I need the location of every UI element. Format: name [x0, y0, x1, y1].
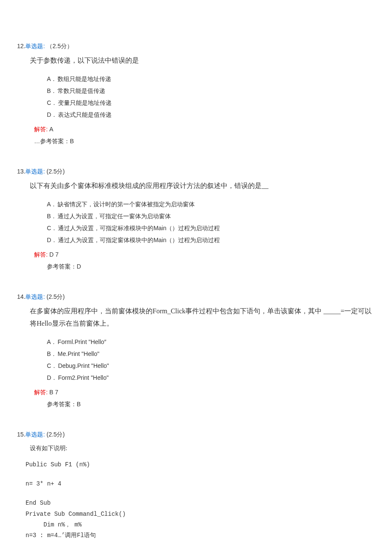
option-d[interactable]: D．表达式只能是值传递 — [47, 109, 375, 121]
option-b[interactable]: B．常数只能是值传递 — [47, 85, 375, 97]
code-line: n=3 : m=4…’调用Fl语句 — [26, 530, 375, 541]
option-c[interactable]: C．变量只能是地址传递 — [47, 97, 375, 109]
question-number: 15. — [17, 431, 25, 438]
code-line: Dim n%， m% — [26, 520, 375, 530]
question-type[interactable]: 单选题: — [25, 43, 45, 49]
reference-answer: 参考答案：B — [47, 399, 375, 410]
ref-value: D — [77, 263, 81, 270]
question-14: 14.单选题: (2.5分) 在多窗体的应用程序中，当前窗体模块的Form_Cl… — [17, 293, 375, 410]
option-b[interactable]: B．通过人为设置，可指定任一窗体为启动窗体 — [47, 210, 375, 222]
solution-label: 解答: — [34, 126, 48, 133]
question-type[interactable]: 单选题: — [25, 293, 45, 300]
code-gap — [26, 489, 375, 498]
question-stem: 关于参数传递，以下说法中错误的是 — [30, 55, 375, 67]
question-stem: 设有如下说明: — [30, 443, 375, 454]
code-line: Private Sub Commandl_Click() — [26, 509, 375, 520]
solution: 解答: A — [34, 126, 375, 133]
solution-label: 解答: — [34, 251, 48, 258]
reference-answer: 参考答案：D — [47, 261, 375, 272]
ref-value: B — [77, 401, 81, 408]
option-c[interactable]: C．Debug.Print "Hello" — [47, 360, 375, 372]
question-points: （2.5分） — [46, 43, 72, 49]
option-c[interactable]: C．通过人为设置，可指定标准模块中的Main（）过程为启动过程 — [47, 222, 375, 234]
question-number: 14. — [17, 293, 25, 300]
question-number: 12. — [17, 43, 25, 49]
question-stem: 在多窗体的应用程序中，当前窗体模块的Form_Click事件过程中包含如下语句，… — [30, 305, 375, 330]
question-type[interactable]: 单选题: — [25, 168, 45, 175]
question-header: 14.单选题: (2.5分) — [17, 293, 375, 301]
option-b[interactable]: B．Me.Print "Hello" — [47, 348, 375, 360]
ref-prefix: 参考答案： — [47, 263, 77, 270]
ref-prefix: …参考答案： — [34, 138, 70, 145]
question-type[interactable]: 单选题: — [25, 431, 45, 438]
question-header: 13.单选题: (2.5分) — [17, 168, 375, 176]
question-12: 12.单选题: （2.5分） 关于参数传递，以下说法中错误的是 A．数组只能是地… — [17, 43, 375, 147]
options-list: A．Forml.Print "Hello″ B．Me.Print "Hello"… — [47, 336, 375, 384]
ref-prefix: 参考答案： — [47, 401, 77, 408]
option-a[interactable]: A．Forml.Print "Hello″ — [47, 336, 375, 348]
options-list: A．数组只能是地址传递 B．常数只能是值传递 C．变量只能是地址传递 D．表达式… — [47, 73, 375, 121]
question-header: 12.单选题: （2.5分） — [17, 43, 375, 50]
question-points: (2.5分) — [46, 293, 65, 300]
option-d[interactable]: D．通过人为设置，可指定窗体模块中的Main（）过程为启动过程 — [47, 234, 375, 246]
solution: 解答: B 7 — [34, 389, 375, 396]
code-gap — [26, 470, 375, 479]
option-a[interactable]: A．缺省情况下，设计时的第一个窗体被指定为启动窗体 — [47, 198, 375, 210]
question-points: (2.5分) — [46, 168, 65, 175]
option-a[interactable]: A．数组只能是地址传递 — [47, 73, 375, 85]
reference-answer: …参考答案：B — [34, 136, 375, 147]
solution-value: D 7 — [49, 251, 59, 258]
question-stem: 以下有关由多个窗体和标准模块组成的应用程序设计方法的叙述中，错误的是__ — [30, 180, 375, 192]
solution-value: B 7 — [49, 389, 58, 396]
ref-value: B — [70, 138, 74, 145]
solution: 解答: D 7 — [34, 251, 375, 259]
question-header: 15.单选题: (2.5分) — [17, 431, 375, 439]
solution-value: A — [49, 126, 53, 133]
question-points: (2.5分) — [46, 431, 65, 438]
code-line: Public Sub F1 (n%) — [26, 460, 375, 470]
solution-label: 解答: — [34, 389, 48, 396]
code-line: End Sub — [26, 498, 375, 509]
code-line: n= 3* n+ 4 — [26, 479, 375, 489]
code-block: Public Sub F1 (n%) n= 3* n+ 4 End Sub Pr… — [26, 460, 375, 541]
question-number: 13. — [17, 168, 25, 175]
options-list: A．缺省情况下，设计时的第一个窗体被指定为启动窗体 B．通过人为设置，可指定任一… — [47, 198, 375, 246]
question-15: 15.单选题: (2.5分) 设有如下说明: Public Sub F1 (n%… — [17, 431, 375, 541]
option-d[interactable]: D．Form2.Print "Hello" — [47, 372, 375, 384]
question-13: 13.单选题: (2.5分) 以下有关由多个窗体和标准模块组成的应用程序设计方法… — [17, 168, 375, 272]
